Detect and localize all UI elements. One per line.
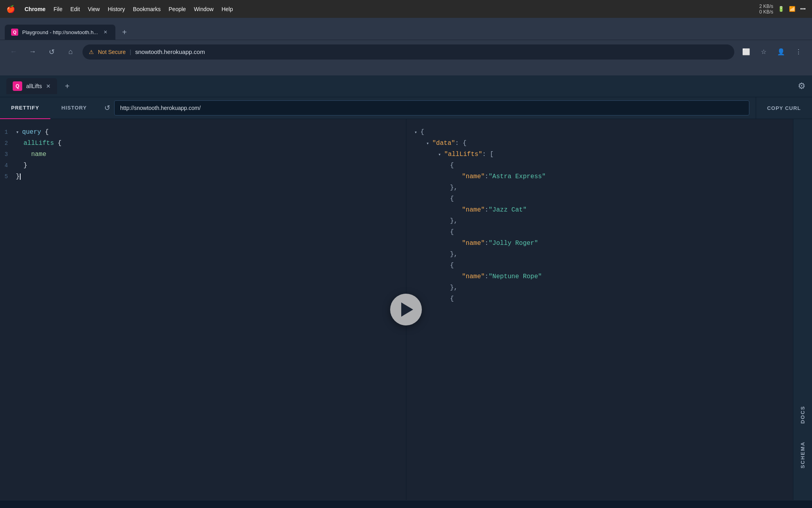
collapse-arrow-1[interactable]: ▾ (414, 129, 417, 137)
network-speed: 2 KB/s0 KB/s (759, 4, 773, 15)
json-obj-close-4: }, (450, 283, 458, 293)
line-content-4: } (16, 160, 398, 171)
json-key-alllifts: "allLifts" (444, 149, 482, 160)
editor-container: 1 ▾ query { 2 allLifts { 3 name 4 (0, 119, 812, 500)
json-colon-2: : [ (482, 149, 494, 160)
reload-button[interactable]: ↺ (44, 45, 59, 59)
menubar-view[interactable]: View (88, 6, 100, 12)
prettify-button[interactable]: PRETTIFY (0, 97, 50, 119)
menubar-people[interactable]: People (169, 6, 186, 12)
sidebar-right: DOCS SCHEMA (793, 119, 812, 500)
play-button-container (390, 294, 422, 325)
docs-panel-button[interactable]: DOCS (796, 398, 810, 432)
menubar-file[interactable]: File (54, 6, 63, 12)
bookmark-icon[interactable]: ☆ (756, 45, 771, 59)
menubar-edit[interactable]: Edit (70, 6, 80, 12)
json-line-9: }, (406, 216, 793, 227)
json-line-12: }, (406, 249, 793, 260)
response-pane: ▾ { ▾ "data" : { ▾ "allLifts" : [ { "nam… (406, 119, 793, 500)
json-colon-1: : { (455, 138, 467, 149)
code-line-2: 2 allLifts { (0, 138, 406, 149)
execute-query-button[interactable] (390, 294, 422, 325)
addressbar-right-icons: ⬜ ☆ 👤 ⋮ (739, 45, 806, 59)
menubar: 🍎 Chrome File Edit View History Bookmark… (0, 0, 812, 18)
profile-icon[interactable]: 👤 (774, 45, 788, 59)
code-line-1: 1 ▾ query { (0, 127, 406, 138)
json-val-name-2: "Jazz Cat" (488, 205, 527, 216)
json-key-name-1: "name" (462, 171, 485, 182)
clock: ••• (800, 6, 806, 12)
json-obj-open-3: { (450, 227, 454, 238)
json-val-name-4: "Neptune Rope" (488, 271, 542, 282)
json-key-name-3: "name" (462, 238, 485, 249)
json-obj-open-5: { (450, 294, 454, 304)
graphql-playground: Q allLifts ✕ + ⚙ PRETTIFY HISTORY ↺ COPY… (0, 75, 812, 508)
endpoint-url-input[interactable] (114, 100, 749, 115)
json-val-name-1: "Astra Express" (488, 171, 546, 182)
line-content-3: name (16, 149, 398, 160)
cursor (20, 173, 21, 180)
json-obj-open-2: { (450, 194, 454, 204)
schema-panel-button[interactable]: SCHEMA (796, 433, 810, 476)
settings-icon[interactable]: ⚙ (798, 81, 806, 91)
line-number-3: 3 (0, 150, 16, 160)
bottom-bar: QUERY VARIABLES HTTP HEADERS TRACING QUE… (0, 500, 812, 508)
menubar-bookmarks[interactable]: Bookmarks (133, 6, 161, 12)
playground-new-tab-button[interactable]: + (60, 79, 75, 93)
collapse-arrow-3[interactable]: ▾ (438, 151, 441, 159)
line-content-5: } (16, 171, 398, 182)
url-refresh-icon[interactable]: ↺ (104, 104, 110, 112)
code-line-4: 4 } (0, 160, 406, 171)
battery-icon: 🔋 (778, 6, 784, 12)
json-obj-open-1: { (450, 160, 454, 171)
menubar-chrome[interactable]: Chrome (25, 6, 46, 12)
query-editor[interactable]: 1 ▾ query { 2 allLifts { 3 name 4 (0, 119, 406, 500)
json-brace-open: { (420, 127, 424, 138)
json-line-16: { (406, 294, 793, 305)
browser-tab-active[interactable]: Q Playground - http://snowtooth.h... ✕ (5, 25, 115, 40)
playground-tab-alllifts[interactable]: Q allLifts ✕ (6, 78, 57, 94)
back-button[interactable]: ← (6, 45, 21, 59)
json-key-data: "data" (432, 138, 455, 149)
apple-icon[interactable]: 🍎 (6, 5, 15, 13)
json-key-name-4: "name" (462, 271, 485, 282)
line-number-2: 2 (0, 139, 16, 148)
security-warning-icon: ⚠ (89, 49, 94, 55)
json-line-5: "name" : "Astra Express" (406, 171, 793, 183)
playground-tab-close-button[interactable]: ✕ (46, 83, 51, 89)
json-line-11: "name" : "Jolly Roger" (406, 238, 793, 249)
json-line-8: "name" : "Jazz Cat" (406, 205, 793, 216)
toolbar: PRETTIFY HISTORY ↺ COPY CURL (0, 97, 812, 119)
menu-icon[interactable]: ⋮ (791, 45, 806, 59)
json-obj-close-1: }, (450, 183, 458, 193)
json-line-7: { (406, 194, 793, 205)
json-line-2: ▾ "data" : { (406, 138, 793, 149)
wifi-icon: 📶 (789, 6, 795, 12)
home-button[interactable]: ⌂ (63, 45, 78, 59)
json-line-13: { (406, 260, 793, 271)
toolbar-url-container: ↺ (98, 100, 756, 115)
json-line-1: ▾ { (406, 127, 793, 138)
menubar-history[interactable]: History (108, 6, 125, 12)
not-secure-label: Not Secure (98, 49, 126, 55)
collapse-arrow-2[interactable]: ▾ (426, 140, 429, 148)
line-content-1: ▾ query { (16, 127, 398, 138)
menubar-help[interactable]: Help (222, 6, 233, 12)
playground-header: Q allLifts ✕ + ⚙ (0, 75, 812, 97)
code-line-5: 5 } (0, 171, 406, 183)
browser-content-spacer (0, 64, 812, 75)
addressbar: ← → ↺ ⌂ ⚠ Not Secure | snowtooth.herokua… (0, 40, 812, 64)
cast-icon[interactable]: ⬜ (739, 45, 753, 59)
tab-close-button[interactable]: ✕ (102, 29, 109, 36)
url-bar[interactable]: ⚠ Not Secure | snowtooth.herokuapp.com (82, 44, 734, 60)
new-tab-button[interactable]: + (117, 25, 132, 40)
copy-curl-button[interactable]: COPY CURL (756, 97, 812, 119)
line-number-4: 4 (0, 161, 16, 171)
forward-button[interactable]: → (25, 45, 40, 59)
tab-title: Playground - http://snowtooth.h... (22, 29, 98, 35)
tab-favicon: Q (11, 29, 18, 36)
json-line-3: ▾ "allLifts" : [ (406, 149, 793, 160)
json-obj-close-2: }, (450, 216, 458, 227)
menubar-window[interactable]: Window (194, 6, 214, 12)
history-button[interactable]: HISTORY (50, 97, 98, 119)
